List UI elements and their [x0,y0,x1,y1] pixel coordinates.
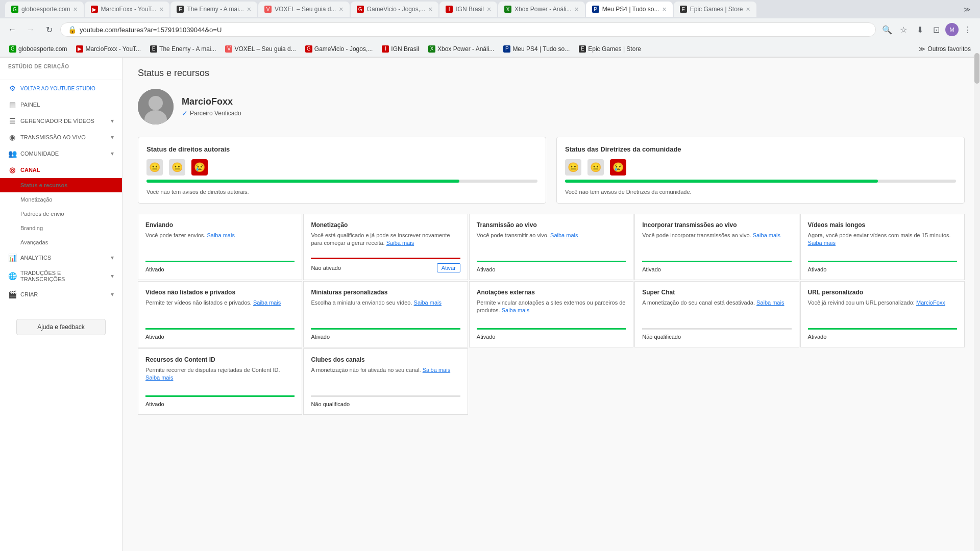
bookmark-marciofoxx[interactable]: ▶ MarcioFoxx - YouT... [72,44,145,54]
feature-card-features-row2-3: Super Chat A monetização do seu canal es… [634,281,799,347]
sidebar-item-status[interactable]: Status e recursos [0,178,122,192]
tab-meuplaystation[interactable]: P Meu PS4 | Tudo so... × [586,2,673,17]
sidebar-item-traducoes[interactable]: 🌐 TRADUÇÕES E TRANSCRIÇÕES ▾ [0,266,122,286]
sidebar-label-canal: CANAL [20,167,114,173]
tab-close-marciofoxx[interactable]: × [159,5,163,13]
sidebar-item-analytics[interactable]: 📊 ANALYTICS ▾ [0,249,122,266]
feature-status-0: Ativado [145,395,295,407]
sidebar-icon-transmissao: ◉ [8,133,16,141]
tab-close-gamevicio[interactable]: × [428,5,432,13]
bookmark-ignbrasil[interactable]: I IGN Brasil [378,44,423,54]
feature-link-1[interactable]: Saiba mais [386,240,414,246]
search-icon[interactable]: 🔍 [880,22,894,37]
menu-icon[interactable]: ⋮ [961,22,975,37]
tab-favicon-epicgames: E [680,6,687,13]
tab-voxel[interactable]: V VOXEL – Seu guia d... × [258,2,350,17]
sidebar-item-gerenciador[interactable]: ☰ GERENCIADOR DE VÍDEOS ▾ [0,113,122,129]
community-status-card: Status das Diretrizes da comunidade 😐 😐 … [556,137,965,204]
refresh-button[interactable]: ↻ [42,22,56,37]
bookmarks-more-btn[interactable]: ≫ Outros favoritos [915,44,975,54]
bookmark-globo[interactable]: G globoesporte.com [5,44,71,54]
sidebar-item-padroes[interactable]: Padrões de envio [0,207,122,221]
scrollbar[interactable] [974,58,980,551]
bookmark-favicon-voxel: V [225,45,232,53]
feature-desc-1: Você está qualificado e já pode se inscr… [311,232,460,255]
copyright-icons: 😐 😐 😢 [146,159,537,176]
bookmark-epicgames[interactable]: E Epic Games | Store [575,44,645,54]
tab-close-xboxpower[interactable]: × [575,5,579,13]
sidebar-item-branding[interactable]: Branding [0,221,122,235]
tab-close-globo[interactable]: × [73,5,77,13]
features-row1: Enviando Você pode fazer envios. Saiba m… [138,214,965,280]
features-row3: Recursos do Content ID Permite recorrer … [138,348,965,415]
feature-title-1: Monetização [311,221,460,229]
bookmark-xboxpower[interactable]: X Xbox Power - Análi... [424,44,498,54]
feature-link-3[interactable]: Saiba mais [753,232,780,238]
status-row: Status de direitos autorais 😐 😐 😢 Você n… [138,137,965,204]
sidebar-item-back[interactable]: ⚙ VOLTAR AO YOUTUBE STUDIO [0,80,122,96]
feature-desc-0: Permite ter vídeos não listados e privad… [145,299,295,325]
feature-link-0[interactable]: Saiba mais [145,374,173,381]
tab-enemy[interactable]: E The Enemy - A mai... × [170,2,257,17]
tab-close-voxel[interactable]: × [339,5,343,13]
activate-button-1[interactable]: Ativar [437,263,460,272]
sidebar-label-gerenciador: GERENCIADOR DE VÍDEOS [20,118,107,124]
bookmark-star-icon[interactable]: ☆ [896,22,911,37]
address-bar[interactable]: 🔒 youtube.com/features?ar=1579191039044&… [60,22,876,37]
feature-link-4[interactable]: Saiba mais [808,240,836,246]
settings-icon: ⚙ [8,84,16,92]
tab-close-meuplaystation[interactable]: × [663,5,667,13]
community-bar-track [565,180,956,183]
feature-status-1: Não qualificado [311,395,460,407]
tab-close-enemy[interactable]: × [247,5,251,13]
page-title: Status e recursos [138,68,965,79]
tab-ignbrasil[interactable]: I IGN Brasil × [439,2,497,17]
feature-link-4[interactable]: MarcioFoxx [916,299,945,306]
tab-close-ignbrasil[interactable]: × [487,5,491,13]
feature-link-1[interactable]: Saiba mais [414,299,442,306]
sidebar-item-transmissao[interactable]: ◉ TRANSMISSÃO AO VIVO ▾ [0,129,122,145]
face-neutral-4: 😐 [587,159,604,176]
sidebar-item-canal[interactable]: ◎ CANAL [0,162,122,178]
community-desc: Você não tem avisos de Diretrizes da com… [565,189,956,195]
sidebar-item-criar[interactable]: 🎬 CRIAR ▾ [0,286,122,303]
forward-button[interactable]: → [23,22,38,37]
tab-globo[interactable]: G globoesporte.com × [5,2,84,17]
bookmark-voxel[interactable]: V VOXEL – Seu guia d... [221,44,300,54]
tab-epicgames[interactable]: E Epic Games | Store × [674,2,756,17]
feature-link-1[interactable]: Saiba mais [423,367,450,373]
bookmark-meuplaystation[interactable]: P Meu PS4 | Tudo so... [499,44,574,54]
tab-gamevicio[interactable]: G GameVicio - Jogos,... × [351,2,439,17]
tabs-overflow-btn[interactable]: ≫ [960,4,975,15]
scrollbar-thumb[interactable] [974,58,979,84]
back-label: VOLTAR AO YOUTUBE STUDIO [20,86,114,91]
sidebar-icon-analytics: 📊 [8,254,16,262]
sidebar-icon-traducoes: 🌐 [8,272,16,280]
tab-close-epicgames[interactable]: × [746,5,750,13]
sidebar-item-comunidade[interactable]: 👥 COMUNIDADE ▾ [0,145,122,162]
download-icon[interactable]: ⬇ [913,22,927,37]
feature-link-2[interactable]: Saiba mais [550,232,578,238]
back-button[interactable]: ← [5,22,19,37]
sidebar-item-painel[interactable]: ▦ PAINEL [0,96,122,113]
check-icon: ✓ [182,109,188,117]
feature-card-features-row1-2: Transmissão ao vivo Você pode transmitir… [469,214,633,280]
help-feedback-btn[interactable]: Ajuda e feedback [16,319,106,335]
profile-name: MarcioFoxx [182,96,241,107]
sidebar-item-avancadas[interactable]: Avançadas [0,235,122,249]
face-neutral-2: 😐 [169,159,185,176]
verified-label: Parceiro Verificado [190,110,241,117]
bookmark-gamevicio[interactable]: G GameVicio - Jogos,... [301,44,377,54]
feature-link-0[interactable]: Saiba mais [207,232,234,238]
tab-marciofoxx[interactable]: ▶ MarcioFoxx - YouT... × [85,2,170,17]
feature-link-2[interactable]: Saiba mais [502,307,529,313]
feature-link-3[interactable]: Saiba mais [756,299,784,306]
bookmark-enemy[interactable]: E The Enemy - A mai... [146,44,220,54]
copyright-bar-container: 😐 😐 😢 [146,159,537,183]
feature-link-0[interactable]: Saiba mais [253,299,281,306]
tab-xboxpower[interactable]: X Xbox Power - Análi... × [498,2,585,17]
sidebar-item-monetizacao[interactable]: Monetização [0,192,122,207]
cast-icon[interactable]: ⊡ [929,22,943,37]
bookmarks-bar: G globoesporte.com ▶ MarcioFoxx - YouT..… [0,41,980,57]
user-avatar[interactable]: M [945,23,959,36]
